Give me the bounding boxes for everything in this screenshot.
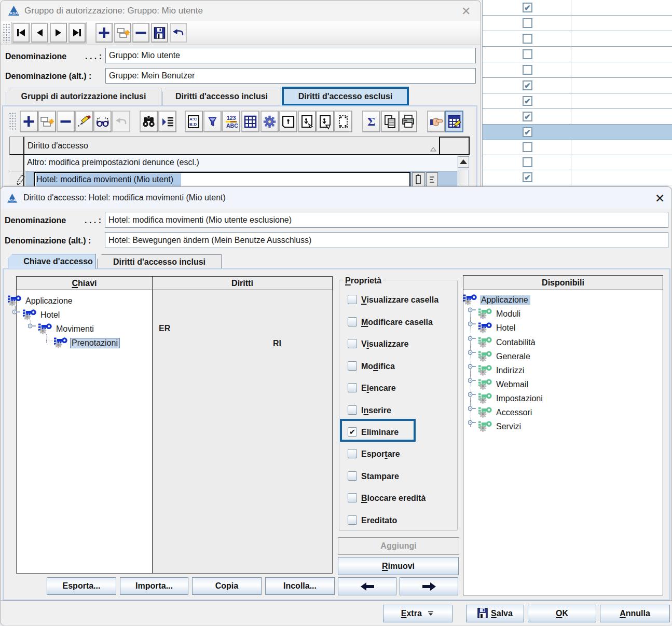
svg-text:B:D: B:D: [189, 122, 197, 127]
svg-text:ASA: ASA: [10, 11, 18, 16]
svg-text:123: 123: [227, 115, 236, 121]
svg-text:ABC: ABC: [226, 123, 238, 129]
svg-text:ASA: ASA: [8, 198, 16, 202]
svg-text:A:C: A:C: [189, 117, 197, 121]
svg-text:Σ: Σ: [367, 115, 376, 128]
